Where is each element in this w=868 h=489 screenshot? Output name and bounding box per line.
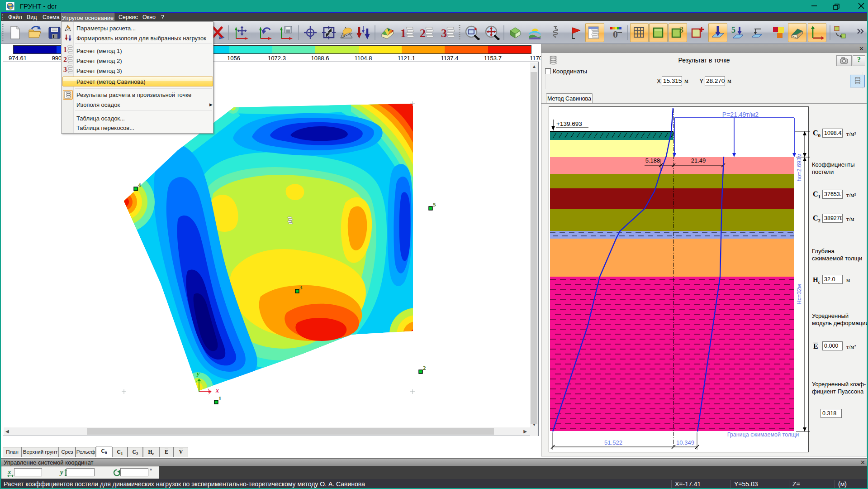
svg-text:2: 2 [423,364,426,371]
svg-text:Hc=32м: Hc=32м [796,284,802,304]
svg-text:1: 1 [218,395,222,402]
svg-text:ho=2.693м: ho=2.693м [796,153,802,181]
svg-text:21.49: 21.49 [691,157,706,164]
svg-text:0: 0 [613,29,618,40]
svg-text:5: 5 [731,25,735,34]
svg-text:P=21.49т/м2: P=21.49т/м2 [722,111,759,118]
svg-text:x: x [215,387,219,394]
svg-text:3: 3 [679,25,683,34]
svg-text:2: 2 [420,27,426,40]
svg-text:3: 3 [299,284,303,291]
svg-text:1: 1 [400,27,406,40]
svg-text:5: 5 [433,201,436,208]
svg-text:Граница сжимаемой толщи: Граница сжимаемой толщи [727,431,799,438]
svg-text:+139.693: +139.693 [556,120,582,127]
svg-text:x: x [7,468,11,475]
svg-text:5.188: 5.188 [645,157,660,164]
svg-text:2: 2 [63,56,67,63]
svg-text:51.522: 51.522 [604,439,622,446]
svg-text:y: y [59,469,63,476]
svg-text:4: 4 [138,182,141,188]
svg-text:y: y [196,370,200,377]
svg-text:1: 1 [63,46,67,53]
svg-text:10.349: 10.349 [676,439,694,446]
svg-text:3: 3 [441,27,447,40]
svg-text:3: 3 [63,66,67,73]
